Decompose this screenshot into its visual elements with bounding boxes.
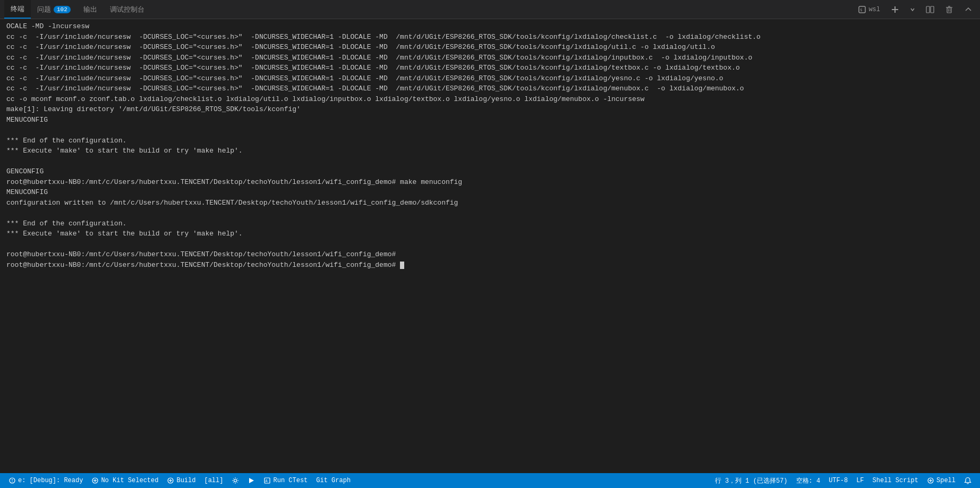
status-no-kit[interactable]: No Kit Selected bbox=[87, 473, 163, 488]
status-bar: e: [Debug]: Ready No Kit Selected Build … bbox=[0, 473, 980, 488]
status-bar-right: 行 3，列 1 (已选择57) 空格: 4 UTF-8 LF Shell Scr… bbox=[711, 473, 976, 488]
trash-icon bbox=[945, 5, 953, 14]
svg-rect-4 bbox=[926, 6, 930, 13]
status-language[interactable]: Shell Script bbox=[868, 473, 923, 488]
tab-debug-console-label: 调试控制台 bbox=[110, 5, 144, 14]
tab-debug-console[interactable]: 调试控制台 bbox=[104, 0, 151, 19]
status-notifications[interactable] bbox=[960, 473, 976, 488]
chevron-down-icon bbox=[910, 5, 915, 14]
split-terminal-button[interactable] bbox=[923, 4, 938, 15]
gear-icon bbox=[232, 477, 239, 484]
status-git-graph-label: Git Graph bbox=[316, 477, 351, 484]
wsl-icon: $ bbox=[858, 5, 866, 14]
status-run-ctest[interactable]: A Run CTest bbox=[259, 473, 312, 488]
build-icon bbox=[167, 477, 174, 484]
tab-bar: 终端 问题 102 输出 调试控制台 $ wsl bbox=[0, 0, 980, 19]
collapse-panel-button[interactable] bbox=[961, 4, 976, 15]
svg-text:A: A bbox=[266, 479, 268, 483]
status-run-ctest-label: Run CTest bbox=[273, 477, 308, 484]
add-icon bbox=[891, 5, 899, 14]
terminal-output[interactable]: OCALE -MD -lncursesw cc -c -I/usr/includ… bbox=[0, 19, 980, 473]
ctest-icon: A bbox=[263, 477, 271, 484]
status-line-ending[interactable]: LF bbox=[852, 473, 868, 488]
tab-bar-actions: $ wsl bbox=[855, 4, 976, 15]
status-no-kit-label: No Kit Selected bbox=[101, 477, 158, 484]
status-encoding-label: UTF-8 bbox=[829, 477, 848, 484]
wsl-indicator: $ wsl bbox=[855, 4, 883, 15]
tab-problems-label: 问题 bbox=[37, 5, 51, 14]
status-spell[interactable]: Spell bbox=[923, 473, 960, 488]
svg-point-20 bbox=[234, 479, 237, 482]
delete-terminal-button[interactable] bbox=[942, 4, 957, 15]
kit-icon bbox=[91, 477, 99, 484]
play-icon bbox=[248, 477, 255, 484]
chevron-up-icon bbox=[964, 5, 973, 14]
status-all-label: [all] bbox=[204, 477, 223, 484]
status-encoding[interactable]: UTF-8 bbox=[824, 473, 852, 488]
svg-point-13 bbox=[12, 482, 13, 483]
status-git-graph[interactable]: Git Graph bbox=[312, 473, 355, 488]
terminal-line-1: OCALE -MD -lncursesw cc -c -I/usr/includ… bbox=[6, 21, 974, 270]
status-spaces[interactable]: 空格: 4 bbox=[792, 473, 825, 488]
svg-text:$: $ bbox=[860, 8, 862, 12]
debug-icon bbox=[8, 477, 16, 484]
status-cursor-label: 行 3，列 1 (已选择57) bbox=[715, 476, 788, 485]
terminal-menu-button[interactable] bbox=[907, 4, 918, 15]
tab-terminal-label: 终端 bbox=[11, 4, 24, 14]
status-spaces-label: 空格: 4 bbox=[796, 476, 821, 485]
status-cursor-position[interactable]: 行 3，列 1 (已选择57) bbox=[711, 473, 792, 488]
status-language-label: Shell Script bbox=[873, 477, 918, 484]
status-all[interactable]: [all] bbox=[200, 473, 227, 488]
notification-icon bbox=[964, 477, 972, 484]
status-config-button[interactable] bbox=[227, 473, 243, 488]
split-icon bbox=[926, 5, 934, 14]
svg-rect-5 bbox=[931, 6, 934, 13]
add-terminal-button[interactable] bbox=[888, 4, 902, 15]
tab-terminal[interactable]: 终端 bbox=[4, 0, 31, 19]
status-spell-label: Spell bbox=[936, 477, 956, 484]
status-debug-label: e: [Debug]: Ready bbox=[18, 477, 83, 484]
wsl-label: wsl bbox=[868, 6, 880, 13]
tab-problems-badge: 102 bbox=[54, 6, 71, 13]
status-line-ending-label: LF bbox=[856, 477, 864, 484]
terminal-cursor bbox=[400, 262, 404, 269]
status-play-button[interactable] bbox=[243, 473, 259, 488]
spell-icon bbox=[927, 477, 934, 484]
svg-rect-6 bbox=[947, 8, 951, 13]
tab-output-label: 输出 bbox=[83, 5, 97, 14]
status-debug-ready[interactable]: e: [Debug]: Ready bbox=[4, 473, 87, 488]
status-build-label: Build bbox=[176, 477, 195, 484]
status-build[interactable]: Build bbox=[163, 473, 200, 488]
tab-output[interactable]: 输出 bbox=[77, 0, 104, 19]
svg-marker-21 bbox=[249, 478, 254, 483]
tab-problems[interactable]: 问题 102 bbox=[31, 0, 77, 19]
